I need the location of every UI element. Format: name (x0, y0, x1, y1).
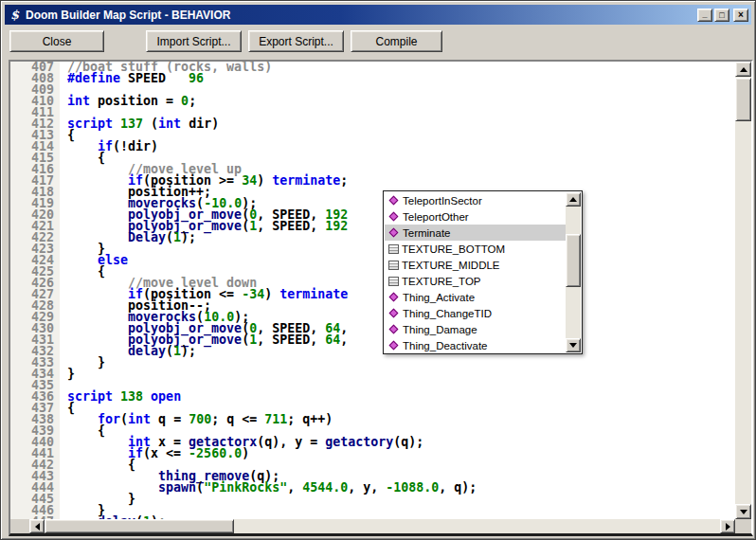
autocomplete-item-label: Terminate (403, 227, 451, 239)
code-line[interactable]: 422 Delay(1); (10, 232, 735, 243)
autocomplete-item-label: Thing_Deactivate (403, 340, 488, 351)
code-line[interactable]: 433 } (10, 357, 735, 369)
code-line[interactable]: 414 if(!dir) (10, 141, 735, 153)
code-line[interactable]: 438 for(int q = 700; q <= 711; q++) (10, 414, 735, 425)
code-line[interactable]: 424 else (10, 255, 735, 266)
app-window: $ Doom Builder Map Script - BEHAVIOR _ □… (0, 0, 756, 540)
code-line[interactable]: 432 delay(1); (10, 346, 735, 357)
autocomplete-item[interactable]: Terminate (385, 225, 566, 241)
autocomplete-scroll-thumb[interactable] (566, 234, 581, 287)
vertical-scrollbar[interactable] (735, 62, 751, 519)
autocomplete-item[interactable]: TEXTURE_BOTTOM (385, 241, 566, 257)
autocomplete-item[interactable]: Thing_Damage (385, 321, 566, 337)
vertical-scroll-thumb[interactable] (735, 78, 751, 121)
scrollbar-filler (10, 519, 29, 533)
script-editor[interactable]: 407//boat stuff (rocks, walls)408#define… (9, 60, 753, 536)
autocomplete-item[interactable]: Thing_Deactivate (385, 337, 566, 352)
arrow-left-icon (31, 523, 40, 531)
horizontal-scroll-thumb[interactable] (45, 519, 234, 533)
titlebar[interactable]: $ Doom Builder Map Script - BEHAVIOR _ □… (5, 5, 751, 25)
scroll-left-button[interactable] (29, 519, 45, 533)
window-controls: _ □ × (697, 9, 748, 22)
code-line[interactable]: 410int position = 0; (10, 96, 735, 107)
autocomplete-scroll-down-button[interactable] (566, 338, 581, 352)
scroll-up-button[interactable] (735, 62, 751, 77)
code-text: int position = 0; (60, 96, 196, 107)
function-icon (389, 325, 399, 334)
constant-icon (388, 261, 399, 270)
function-icon (389, 212, 399, 222)
autocomplete-item-label: Thing_Activate (403, 292, 475, 303)
function-icon (389, 309, 399, 318)
code-text: } (60, 369, 75, 380)
horizontal-scrollbar[interactable] (10, 519, 735, 533)
close-icon[interactable]: × (733, 9, 748, 22)
function-icon (389, 228, 399, 238)
code-line[interactable]: 412script 137 (int dir) (10, 118, 735, 130)
scroll-down-button[interactable] (735, 504, 751, 519)
import-script-button[interactable]: Import Script... (146, 30, 242, 52)
autocomplete-item-label: TEXTURE_TOP (402, 276, 481, 287)
arrow-down-icon (569, 343, 577, 351)
function-icon (389, 293, 399, 302)
scroll-right-button[interactable] (720, 519, 735, 533)
autocomplete-item[interactable]: Thing_ChangeTID (385, 305, 566, 321)
autocomplete-item[interactable]: TeleportOther (385, 208, 566, 225)
autocomplete-scroll-up-button[interactable] (566, 192, 581, 207)
code-text (60, 107, 67, 118)
code-line[interactable]: 408#define SPEED 96 (10, 73, 735, 84)
code-line[interactable]: 445 } (10, 494, 735, 505)
function-icon (389, 341, 399, 351)
autocomplete-list: TeleportInSectorTeleportOtherTerminateTE… (385, 192, 566, 352)
function-icon (389, 196, 399, 206)
maximize-icon[interactable]: □ (714, 9, 729, 22)
code-line[interactable]: 434} (10, 369, 735, 380)
autocomplete-item[interactable]: TEXTURE_TOP (385, 273, 566, 289)
code-text: script 137 (int dir) (60, 118, 219, 130)
compile-button[interactable]: Compile (351, 30, 442, 52)
constant-icon (388, 277, 399, 286)
autocomplete-item-label: TeleportOther (403, 211, 469, 223)
toolbar: Close Import Script... Export Script... … (5, 25, 751, 58)
horizontal-scroll-trough[interactable] (45, 519, 720, 533)
autocomplete-scrollbar[interactable] (566, 192, 581, 352)
code-text (60, 84, 67, 96)
autocomplete-item-label: TEXTURE_BOTTOM (402, 243, 505, 255)
autocomplete-popup: TeleportInSectorTeleportOtherTerminateTE… (383, 190, 583, 354)
code-text: script 138 open (60, 391, 181, 403)
app-icon[interactable]: $ (8, 8, 22, 22)
code-text (60, 380, 67, 391)
autocomplete-item[interactable]: TEXTURE_MIDDLE (385, 257, 566, 273)
arrow-up-icon (740, 63, 747, 72)
minimize-icon[interactable]: _ (697, 9, 712, 22)
arrow-down-icon (740, 510, 747, 518)
close-button[interactable]: Close (9, 30, 104, 52)
autocomplete-item-label: TEXTURE_MIDDLE (402, 260, 500, 271)
export-script-button[interactable]: Export Script... (248, 30, 344, 52)
autocomplete-item-label: TeleportInSector (403, 195, 482, 207)
scrollbar-corner (735, 519, 751, 533)
arrow-up-icon (569, 193, 577, 202)
code-area[interactable]: 407//boat stuff (rocks, walls)408#define… (10, 62, 735, 519)
autocomplete-item[interactable]: Thing_Activate (385, 289, 566, 305)
autocomplete-item[interactable]: TeleportInSector (385, 192, 566, 208)
code-line[interactable]: 436script 138 open (10, 391, 735, 403)
autocomplete-item-label: Thing_Damage (403, 324, 477, 335)
constant-icon (388, 244, 399, 254)
autocomplete-item-label: Thing_ChangeTID (403, 308, 492, 319)
code-text: #define SPEED 96 (60, 73, 204, 84)
arrow-right-icon (726, 523, 734, 531)
window-title: Doom Builder Map Script - BEHAVIOR (26, 9, 693, 22)
